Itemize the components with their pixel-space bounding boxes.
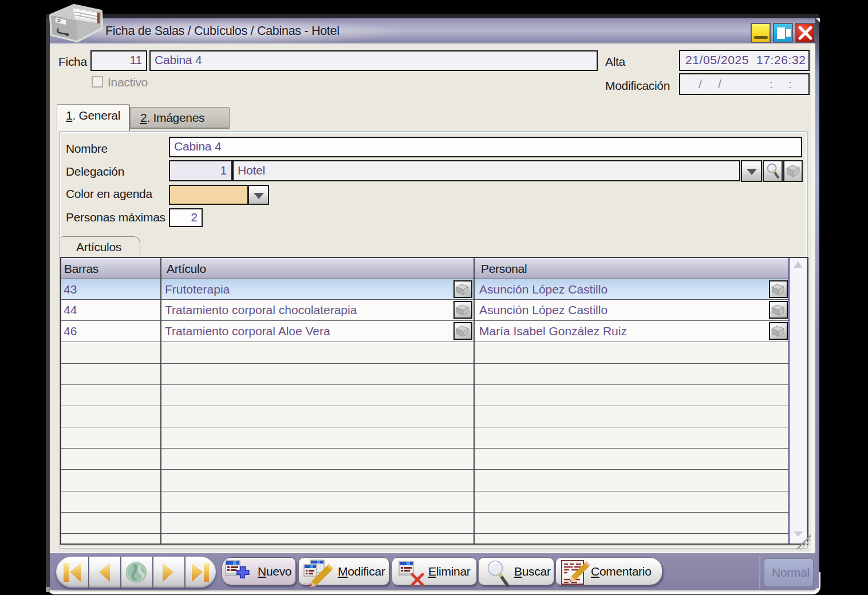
svg-text:S.I.M.: S.I.M. bbox=[303, 583, 313, 587]
